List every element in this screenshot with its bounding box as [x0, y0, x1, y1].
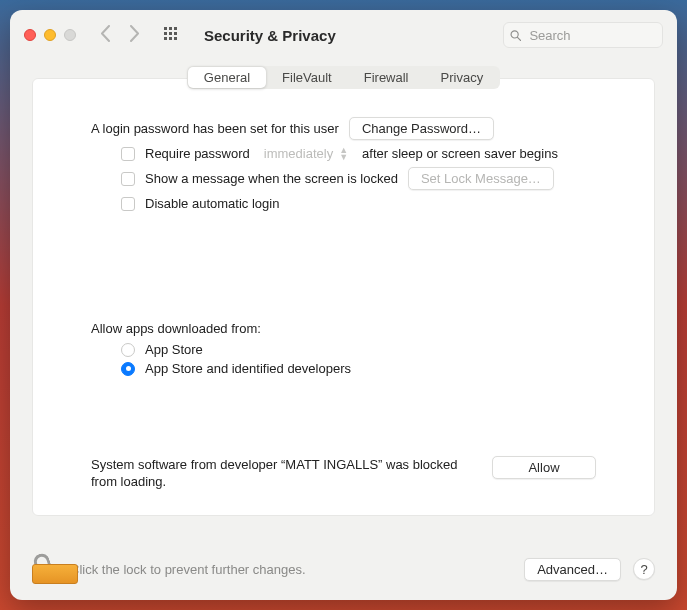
preferences-window: Security & Privacy General FileVault Fir… [10, 10, 677, 600]
require-password-delay-value: immediately [264, 146, 333, 161]
general-content: A login password has been set for this u… [33, 89, 654, 408]
blocked-software-message: System software from developer “MATT ING… [91, 456, 472, 491]
titlebar: Security & Privacy [10, 10, 677, 60]
tab-bar: General FileVault Firewall Privacy [187, 66, 500, 89]
require-password-label: Require password [145, 146, 250, 161]
svg-rect-2 [174, 27, 177, 30]
svg-rect-0 [164, 27, 167, 30]
require-password-after-label: after sleep or screen saver begins [362, 146, 558, 161]
disable-auto-login-checkbox[interactable] [121, 197, 135, 211]
window-controls [24, 29, 76, 41]
allow-appstore-radio[interactable] [121, 343, 135, 357]
svg-rect-4 [169, 32, 172, 35]
tab-general[interactable]: General [188, 67, 266, 88]
tab-privacy[interactable]: Privacy [425, 67, 500, 88]
allow-identified-label: App Store and identified developers [145, 361, 351, 376]
set-lock-message-button: Set Lock Message… [408, 167, 554, 190]
search-input[interactable] [527, 27, 656, 44]
tab-filevault[interactable]: FileVault [266, 67, 348, 88]
svg-rect-8 [174, 37, 177, 40]
svg-rect-7 [169, 37, 172, 40]
svg-rect-3 [164, 32, 167, 35]
close-window-button[interactable] [24, 29, 36, 41]
svg-rect-6 [164, 37, 167, 40]
advanced-button[interactable]: Advanced… [524, 558, 621, 581]
svg-rect-1 [169, 27, 172, 30]
search-field[interactable] [503, 22, 663, 48]
chevron-updown-icon: ▲▼ [339, 147, 348, 161]
maximize-window-button [64, 29, 76, 41]
require-password-delay-select: immediately ▲▼ [260, 146, 352, 161]
back-button[interactable] [100, 25, 111, 45]
allow-appstore-label: App Store [145, 342, 203, 357]
nav-buttons [100, 25, 140, 45]
lock-hint: Click the lock to prevent further change… [70, 562, 306, 577]
tab-firewall[interactable]: Firewall [348, 67, 425, 88]
require-password-checkbox[interactable] [121, 147, 135, 161]
forward-button[interactable] [129, 25, 140, 45]
show-all-icon[interactable] [164, 27, 180, 43]
window-title: Security & Privacy [204, 27, 336, 44]
show-message-checkbox[interactable] [121, 172, 135, 186]
settings-panel: General FileVault Firewall Privacy A log… [32, 78, 655, 516]
show-message-label: Show a message when the screen is locked [145, 171, 398, 186]
help-button[interactable]: ? [633, 558, 655, 580]
disable-auto-login-label: Disable automatic login [145, 196, 279, 211]
footer: Click the lock to prevent further change… [10, 544, 677, 600]
allow-identified-radio[interactable] [121, 362, 135, 376]
search-icon [510, 29, 521, 42]
lock-icon[interactable] [32, 554, 58, 584]
allow-button[interactable]: Allow [492, 456, 596, 479]
login-password-text: A login password has been set for this u… [91, 121, 339, 136]
svg-line-10 [517, 37, 520, 40]
svg-rect-5 [174, 32, 177, 35]
change-password-button[interactable]: Change Password… [349, 117, 494, 140]
allow-apps-heading: Allow apps downloaded from: [91, 321, 261, 336]
minimize-window-button[interactable] [44, 29, 56, 41]
